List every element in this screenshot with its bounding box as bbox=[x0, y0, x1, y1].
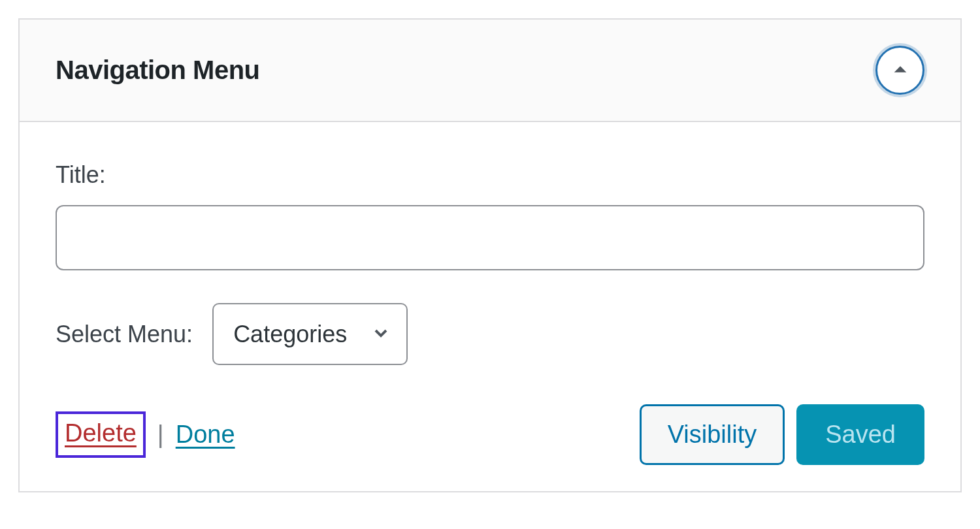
footer-left-actions: Delete | Done bbox=[56, 411, 235, 458]
widget-footer: Delete | Done Visibility Saved bbox=[56, 404, 924, 465]
saved-button[interactable]: Saved bbox=[796, 404, 924, 465]
select-menu-dropdown[interactable]: Categories bbox=[212, 303, 408, 365]
delete-link[interactable]: Delete bbox=[65, 419, 137, 447]
select-menu-wrapper: Categories bbox=[212, 303, 408, 365]
chevron-up-icon bbox=[891, 60, 909, 81]
action-separator: | bbox=[157, 421, 164, 449]
navigation-menu-widget: Navigation Menu Title: Select Menu: Cate… bbox=[18, 18, 962, 492]
widget-header: Navigation Menu bbox=[20, 20, 960, 122]
select-menu-label: Select Menu: bbox=[56, 321, 193, 348]
title-field-row: Title: bbox=[56, 161, 924, 270]
collapse-toggle-button[interactable] bbox=[875, 46, 924, 95]
select-menu-row: Select Menu: Categories bbox=[56, 303, 924, 365]
widget-body: Title: Select Menu: Categories Delete bbox=[20, 122, 960, 491]
title-label: Title: bbox=[56, 161, 924, 189]
delete-highlight-box: Delete bbox=[56, 411, 146, 458]
footer-right-actions: Visibility Saved bbox=[640, 404, 924, 465]
done-link[interactable]: Done bbox=[176, 421, 235, 449]
title-input[interactable] bbox=[56, 205, 924, 270]
widget-title: Navigation Menu bbox=[56, 56, 260, 85]
visibility-button[interactable]: Visibility bbox=[640, 404, 785, 465]
